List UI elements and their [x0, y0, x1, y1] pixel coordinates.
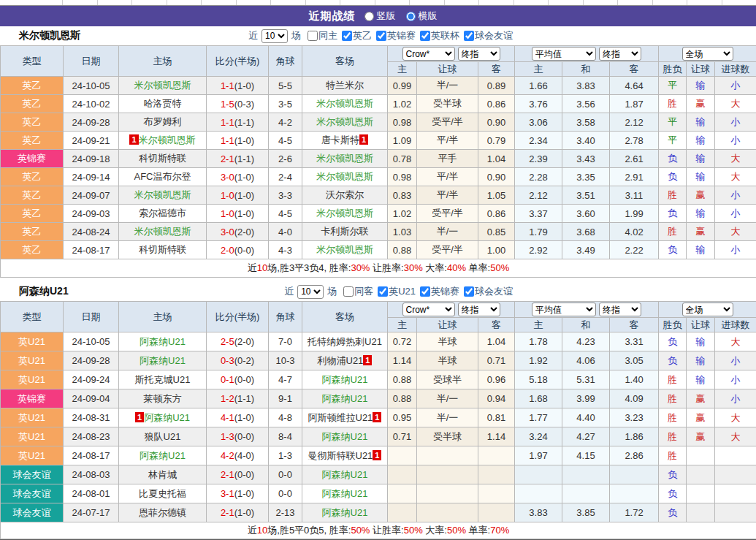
bookmaker-odds-cell: 1.14: [388, 351, 417, 370]
col-score: 比分(半场): [207, 46, 269, 77]
score-cell: 4-1(1-0): [207, 408, 269, 427]
results-table-home-team: 类型 日期 主场 比分(半场) 角球 客场 Crow*终指 平均值终指 全场 主…: [0, 45, 756, 278]
bookmaker-odds-cell: 0.98: [388, 168, 417, 186]
date-cell: 24-08-24: [64, 223, 119, 241]
vertical-layout-option[interactable]: 竖版: [364, 9, 396, 23]
league-checkbox[interactable]: [342, 31, 352, 41]
avg-odds-time-select[interactable]: 终指: [599, 47, 641, 61]
match-count-select[interactable]: 10: [297, 285, 324, 299]
corner-cell: 4-2: [269, 113, 302, 132]
avg-odds-cell: 1.40: [610, 370, 659, 389]
league-checkbox[interactable]: [378, 286, 388, 297]
league-label: 球会友谊: [475, 29, 513, 42]
bookmaker-select[interactable]: Crow*: [402, 303, 455, 316]
col-corner: 角球: [269, 46, 302, 77]
bookmaker-odds-cell: 0.88: [388, 241, 417, 259]
summary-text: 场,胜3平3负4, 胜率:: [267, 262, 351, 273]
odds-time-select[interactable]: 终指: [458, 47, 500, 61]
team-name: 恩菲尔德镇: [139, 507, 186, 518]
vertical-layout-radio[interactable]: [364, 12, 374, 21]
home-team-cell: 米尔顿凯恩斯: [119, 186, 207, 205]
section-bar-home-team: 米尔顿凯恩斯 近 10 场 同主 英乙 英锦赛 英联杯 球会友谊: [0, 26, 756, 45]
avg-odds-cell: 3.56: [562, 95, 610, 113]
league-filter-option[interactable]: 球会友谊: [459, 285, 513, 298]
fulltime-group: 全场: [659, 46, 756, 62]
avg-odds-cell: 3.05: [610, 351, 659, 370]
outcome-cell: [715, 465, 756, 484]
same-venue-label: 同客: [354, 285, 373, 298]
outcome-cell: 小: [715, 389, 756, 408]
match-row: 球会友谊24-07-17恩菲尔德镇2-1(1-0)2-13阿森纳U213.833…: [1, 503, 756, 522]
col-handicap-result: 让球: [687, 318, 715, 332]
col-avg-home: 主: [515, 62, 562, 77]
col-handicap: 让球: [417, 318, 478, 332]
competition-badge: 英U21: [1, 408, 64, 427]
avg-odds-cell: 5.18: [515, 370, 562, 389]
same-venue-checkbox[interactable]: [308, 31, 318, 41]
outcome-cell: [715, 446, 756, 465]
league-filter-option[interactable]: 英联杯: [416, 29, 459, 42]
bookmaker-odds-cell: [417, 503, 478, 522]
league-checkbox[interactable]: [464, 31, 474, 41]
summary-row: 近10场,胜3平3负4, 胜率:30% 让胜率:30% 大率:40% 单率:50…: [1, 259, 756, 278]
avg-odds-select[interactable]: 平均值: [532, 47, 596, 61]
same-venue-option[interactable]: 同客: [339, 285, 373, 298]
bookmaker-select[interactable]: Crow*: [402, 47, 455, 61]
home-team-cell: AFC温布尔登: [119, 168, 207, 186]
titlebar: 近期战绩 竖版 横版: [0, 6, 756, 26]
league-checkbox[interactable]: [376, 31, 386, 41]
bookmaker-odds-cell: [388, 503, 417, 522]
team-name: 狼队U21: [145, 431, 181, 442]
league-filter-option[interactable]: 英锦赛: [372, 29, 416, 42]
odds-time-select[interactable]: 终指: [458, 303, 500, 316]
summary-text: 30%: [404, 262, 423, 273]
date-cell: 24-09-28: [64, 351, 119, 370]
summary-text: 大率:: [423, 262, 447, 273]
avg-odds-time-select[interactable]: 终指: [599, 303, 641, 316]
home-team-cell: 林肯城: [119, 465, 207, 484]
col-home: 主场: [119, 46, 207, 77]
period-select[interactable]: 全场: [682, 47, 733, 61]
vertical-layout-label: 竖版: [377, 9, 396, 23]
league-checkbox[interactable]: [420, 286, 430, 297]
score-cell: 2-5(2-0): [207, 332, 269, 351]
match-count-select[interactable]: 10: [261, 29, 288, 43]
same-venue-checkbox[interactable]: [343, 286, 354, 297]
league-checkbox[interactable]: [420, 31, 430, 41]
away-team-cell: 唐卡斯特1: [302, 132, 388, 150]
section-bar-away-team: 阿森纳U21 近 10 场 同客 英U21 英锦赛 球会友谊: [0, 282, 756, 301]
corner-cell: 1-3: [269, 446, 302, 465]
away-team-cell: 卡利斯尔联: [302, 223, 388, 241]
summary-text: 50%: [490, 262, 509, 273]
outcome-cell: 负: [659, 168, 687, 186]
avg-odds-cell: 3.24: [515, 427, 562, 446]
home-team-cell: 狼队U21: [119, 427, 207, 446]
period-select[interactable]: 全场: [682, 303, 733, 316]
bookmaker-odds-cell: 半/一: [417, 408, 478, 427]
horizontal-layout-option[interactable]: 横版: [406, 9, 438, 23]
league-filter-option[interactable]: 英锦赛: [416, 285, 459, 298]
score-cell: 2-1(1-1): [207, 150, 269, 168]
bookmaker-odds-cell: 0.71: [388, 427, 417, 446]
league-checkbox[interactable]: [464, 286, 474, 297]
bookmaker-odds-cell: 0.94: [478, 389, 515, 408]
avg-odds-cell: 3.58: [562, 113, 610, 132]
home-team-cell: 1米尔顿凯恩斯: [119, 132, 207, 150]
outcome-cell: 胜: [659, 446, 687, 465]
avg-odds-select[interactable]: 平均值: [532, 303, 596, 316]
col-avg-away: 客: [610, 318, 659, 332]
competition-badge: 英乙: [1, 132, 64, 150]
avg-odds-cell: 2.86: [610, 446, 659, 465]
league-filter-option[interactable]: 英乙: [337, 29, 372, 42]
avg-odds-cell: [562, 465, 610, 484]
same-venue-option[interactable]: 同主: [303, 29, 337, 42]
team-name: 阿森纳U21: [322, 488, 368, 499]
avg-odds-cell: 4.06: [562, 351, 610, 370]
horizontal-layout-radio[interactable]: [406, 12, 416, 21]
avg-odds-cell: 4.40: [562, 408, 610, 427]
league-filter-option[interactable]: 英U21: [373, 285, 416, 298]
avg-odds-cell: 1.78: [515, 332, 562, 351]
bookmaker-odds-cell: 1.02: [388, 95, 417, 113]
outcome-cell: 小: [715, 132, 756, 150]
league-filter-option[interactable]: 球会友谊: [459, 29, 513, 42]
